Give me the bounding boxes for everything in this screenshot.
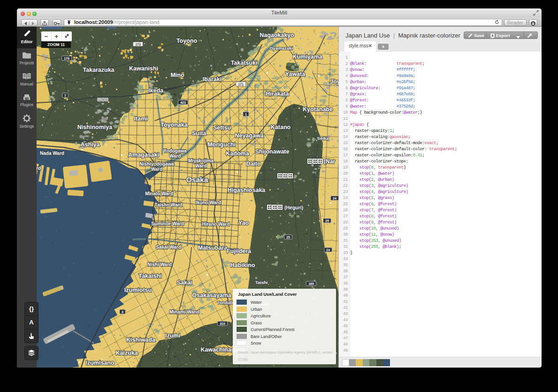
svg-text:Yao: Yao — [238, 220, 249, 226]
svg-text:Takarazuka: Takarazuka — [83, 67, 115, 73]
svg-text:25: 25 — [325, 219, 329, 223]
svg-text:Minami Wand: Minami Wand — [169, 309, 199, 315]
svg-text:Nada Ward: Nada Ward — [40, 151, 64, 156]
svg-text:176: 176 — [64, 57, 69, 60]
svg-text:Kumiyama: Kumiyama — [292, 54, 322, 60]
svg-text:Seika: Seika — [317, 136, 329, 141]
svg-text:Suita: Suita — [192, 130, 207, 137]
svg-text:Sakai Ward: Sakai Ward — [156, 245, 181, 250]
svg-text:Izumi: Izumi — [165, 332, 180, 339]
svg-text:Joy: Joy — [330, 78, 338, 85]
svg-text:Mino: Mino — [170, 72, 184, 78]
svg-text:165: 165 — [308, 282, 314, 285]
svg-text:Amagasaki: Amagasaki — [128, 152, 159, 158]
svg-text:Takaishi: Takaishi — [138, 273, 161, 279]
svg-text:Moriguchi: Moriguchi — [207, 141, 236, 148]
svg-text:Osaka: Osaka — [186, 176, 208, 184]
svg-text:Ikeda: Ikeda — [148, 87, 164, 94]
svg-text:Toyonaka: Toyonaka — [161, 122, 188, 128]
svg-text:423: 423 — [180, 101, 186, 104]
svg-text:Nagaokakyo: Nagaokakyo — [260, 32, 294, 38]
svg-text:Kishiwada: Kishiwada — [126, 337, 156, 343]
svg-text:Sakai: Sakai — [177, 279, 192, 286]
svg-text:24: 24 — [326, 248, 330, 252]
svg-text:Nishinomiya: Nishinomiya — [77, 124, 113, 131]
svg-text:Takatsuki: Takatsuki — [231, 60, 258, 66]
svg-text:Ashiya: Ashiya — [81, 141, 100, 148]
svg-text:Miyakojima: Miyakojima — [188, 158, 214, 163]
svg-text:Settsu: Settsu — [213, 124, 231, 131]
svg-text:25: 25 — [286, 236, 290, 239]
svg-text:Nishi Ward: Nishi Ward — [147, 262, 172, 267]
svg-text:24: 24 — [333, 197, 336, 200]
svg-text:173: 173 — [135, 43, 141, 46]
svg-text:310: 310 — [220, 322, 225, 325]
svg-text:Toyono: Toyono — [176, 38, 198, 44]
svg-text:Neyagawa: Neyagawa — [235, 132, 264, 139]
svg-text:Kaizuka: Kaizuka — [115, 350, 138, 356]
svg-text:Yodogawa: Yodogawa — [163, 148, 187, 154]
svg-text:Matsubara: Matsubara — [198, 245, 228, 251]
svg-text:Nishiyodogawa: Nishiyodogawa — [139, 161, 174, 167]
svg-text:Ward: Ward — [151, 167, 163, 172]
svg-text:Yawata: Yawata — [285, 71, 306, 77]
svg-text:Izumiotsu: Izumiotsu — [124, 287, 152, 293]
svg-text:Daito: Daito — [246, 161, 261, 167]
svg-text:Osakasayama: Osakasayama — [192, 292, 231, 299]
svg-text:Higashiosaka: Higashiosaka — [228, 187, 266, 193]
svg-text:Ikuno Ward: Ikuno Ward — [196, 200, 221, 205]
svg-text:Kyotanabe: Kyotanabe — [303, 106, 333, 113]
svg-text:171: 171 — [238, 83, 244, 86]
svg-text:Fujiidera: Fujiidera — [227, 248, 252, 254]
svg-text:Ibaraki: Ibaraki — [203, 76, 222, 83]
svg-text:Izumisano: Izumisano — [85, 360, 114, 366]
svg-text:Minato Ward: Minato Ward — [145, 191, 173, 196]
svg-text:Oyamazaki: Oyamazaki — [269, 46, 293, 51]
svg-text:Hirano Ward: Hirano Ward — [202, 222, 229, 227]
svg-text:Suminoe Ward: Suminoe Ward — [151, 221, 184, 226]
svg-text:Shijonawate: Shijonawate — [255, 148, 290, 155]
svg-text:Kadoma: Kadoma — [226, 150, 249, 157]
svg-text:7: 7 — [64, 94, 66, 97]
svg-text:Taishi: Taishi — [255, 280, 268, 285]
svg-text:(Heguri): (Heguri) — [284, 205, 303, 210]
svg-text:1: 1 — [245, 113, 247, 116]
svg-text:Habikino: Habikino — [230, 262, 255, 269]
svg-text:Kawanishi: Kawanishi — [129, 65, 158, 72]
svg-text:rd: rd — [37, 166, 41, 171]
svg-text:Taisho Ward: Taisho Ward — [155, 202, 183, 208]
svg-text:Katano: Katano — [271, 124, 291, 131]
svg-text:(Nar: (Nar — [324, 158, 335, 165]
svg-text:Itami: Itami — [134, 115, 147, 122]
svg-text:4: 4 — [122, 310, 123, 314]
svg-text:Ward: Ward — [169, 154, 181, 159]
svg-text:Hirakata: Hirakata — [266, 91, 289, 97]
svg-text:Ward: Ward — [195, 163, 207, 169]
